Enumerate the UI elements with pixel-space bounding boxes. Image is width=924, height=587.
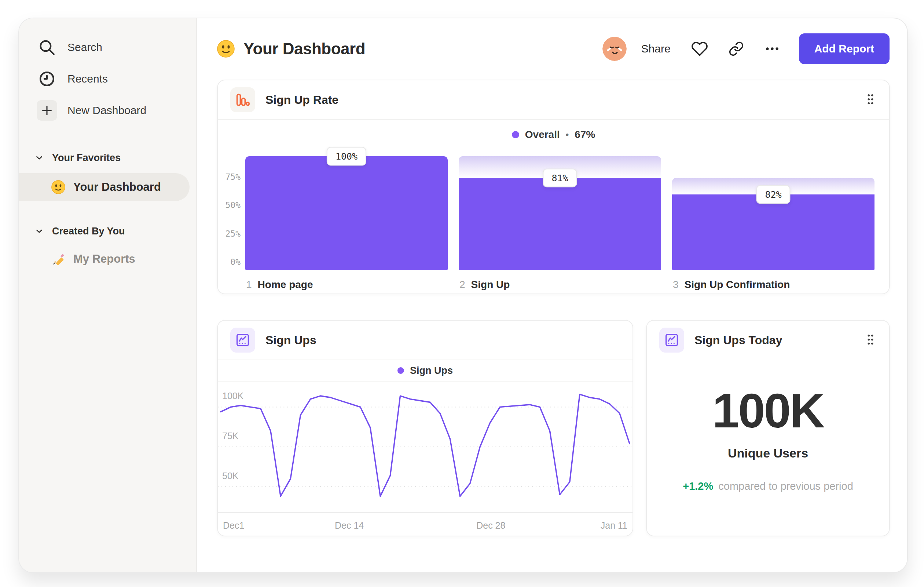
funnel-bar[interactable]: 81%2Sign Up (459, 156, 661, 270)
line-x-tick: Dec 14 (335, 520, 364, 531)
pencil-emoji (51, 252, 66, 266)
sidebar-item-label: My Reports (73, 252, 135, 266)
step-number: 2 (459, 279, 465, 291)
line-x-tick: Jan 11 (601, 520, 627, 531)
funnel-value-badge: 100% (327, 147, 366, 166)
metric-delta: +1.2% compared to previous period (683, 480, 853, 492)
sidebar-item-your-dashboard[interactable]: Your Dashboard (19, 173, 190, 201)
funnel-bar[interactable]: 82%3Sign Up Confirmation (672, 156, 874, 270)
funnel-y-tick: 75% (218, 172, 241, 182)
funnel-bar-fill (672, 194, 874, 270)
delta-percent: +1.2% (683, 480, 713, 492)
header-actions: Share Add Report (602, 33, 889, 64)
line-chart-icon (230, 327, 255, 352)
sidebar-item-label: New Dashboard (68, 104, 146, 117)
funnel-bar[interactable]: 100%1Home page (245, 156, 448, 270)
drag-handle-icon[interactable] (864, 333, 877, 347)
funnel-step-label: 2Sign Up (459, 279, 510, 291)
more-options-icon[interactable] (764, 41, 780, 56)
avatar[interactable] (602, 37, 627, 61)
funnel-step-label: 1Home page (246, 279, 313, 291)
legend-dot (398, 367, 404, 374)
delta-caption: compared to previous period (718, 480, 853, 492)
metric-label: Unique Users (728, 446, 808, 460)
sign-ups-today-card: Sign Ups Today 100K Unique Users +1.2% c… (646, 320, 890, 536)
drag-handle-icon[interactable] (864, 93, 877, 107)
card-title: Sign Up Rate (266, 93, 338, 107)
sidebar-item-new-dashboard[interactable]: New Dashboard (19, 95, 196, 126)
chevron-down-icon (35, 227, 44, 236)
legend-dot (512, 131, 519, 138)
section-label: Your Favorites (52, 152, 120, 164)
step-number: 3 (673, 279, 679, 291)
section-label: Created By You (52, 226, 125, 237)
share-button[interactable]: Share (641, 43, 671, 55)
line-chart-icon (659, 327, 684, 352)
clock-icon (37, 69, 57, 89)
sidebar-item-label: Recents (68, 73, 108, 85)
sign-ups-card: Sign Ups Sign Ups 100K75K50K Dec1Dec 14D… (217, 320, 633, 536)
line-y-tick: 75K (222, 431, 238, 441)
line-legend[interactable]: Sign Ups (218, 360, 632, 382)
funnel-chart: 75%50%25%0% 100%1Home page81%2Sign Up82%… (218, 156, 874, 270)
step-number: 1 (246, 279, 252, 291)
main-content: Your Dashboard Share Add Report (197, 18, 907, 572)
funnel-y-tick: 0% (218, 257, 241, 267)
funnel-bar-fill (459, 178, 661, 270)
line-x-tick: Dec 28 (476, 520, 505, 531)
funnel-bars: 100%1Home page81%2Sign Up82%3Sign Up Con… (245, 156, 874, 270)
funnel-value-badge: 82% (756, 185, 790, 204)
funnel-legend[interactable]: Overall • 67% (218, 120, 889, 149)
smiley-emoji (217, 40, 235, 58)
funnel-y-tick: 50% (218, 200, 241, 210)
favorite-heart-icon[interactable] (691, 40, 708, 57)
sidebar: Search Recents New Dashboard Your Favori… (19, 18, 197, 572)
chevron-down-icon (35, 153, 44, 162)
legend-separator: • (566, 129, 569, 140)
sidebar-item-label: Your Dashboard (73, 180, 161, 194)
sidebar-item-label: Search (68, 41, 102, 54)
sidebar-item-recents[interactable]: Recents (19, 63, 196, 95)
step-name: Sign Up (471, 279, 510, 291)
card-header: Sign Ups Today (647, 321, 889, 360)
sidebar-item-my-reports[interactable]: My Reports (19, 247, 196, 271)
smiley-emoji (51, 180, 65, 194)
step-name: Sign Up Confirmation (685, 279, 790, 291)
page-title: Your Dashboard (217, 40, 365, 58)
app-window: Search Recents New Dashboard Your Favori… (18, 18, 908, 573)
funnel-y-axis: 75%50%25%0% (218, 156, 241, 270)
legend-label: Sign Ups (410, 365, 453, 376)
line-chart: 100K75K50K (218, 382, 632, 512)
funnel-value-badge: 81% (543, 169, 577, 187)
card-title: Sign Ups (266, 334, 317, 347)
sidebar-item-search[interactable]: Search (19, 31, 196, 63)
plus-icon (37, 100, 57, 121)
card-title: Sign Ups Today (695, 334, 782, 347)
line-y-tick: 50K (222, 471, 238, 481)
sidebar-section-created-by-you[interactable]: Created By You (19, 220, 196, 242)
funnel-bar-fill (245, 156, 448, 270)
line-x-tick: Dec1 (223, 520, 244, 531)
add-report-button[interactable]: Add Report (799, 33, 889, 64)
line-x-axis: Dec1Dec 14Dec 28Jan 11 (218, 512, 632, 537)
page-header: Your Dashboard Share Add Report (217, 33, 889, 64)
search-icon (37, 37, 57, 58)
copy-link-icon[interactable] (729, 41, 744, 56)
bar-chart-icon (230, 87, 255, 112)
line-y-tick: 100K (222, 391, 243, 401)
funnel-step-label: 3Sign Up Confirmation (673, 279, 790, 291)
metric-value: 100K (713, 387, 824, 435)
legend-label: Overall (525, 129, 560, 141)
card-header: Sign Up Rate (218, 80, 889, 120)
sidebar-section-your-favorites[interactable]: Your Favorites (19, 147, 196, 169)
funnel-y-tick: 25% (218, 229, 241, 238)
sign-up-rate-card: Sign Up Rate Overall • 67% 75%50%25%0% 1… (217, 79, 890, 294)
legend-value: 67% (574, 129, 595, 141)
step-name: Home page (258, 279, 313, 291)
sign-ups-line-series (221, 394, 630, 496)
card-header: Sign Ups (218, 321, 632, 360)
page-title-text: Your Dashboard (243, 40, 365, 58)
metric-body: 100K Unique Users +1.2% compared to prev… (647, 360, 889, 492)
